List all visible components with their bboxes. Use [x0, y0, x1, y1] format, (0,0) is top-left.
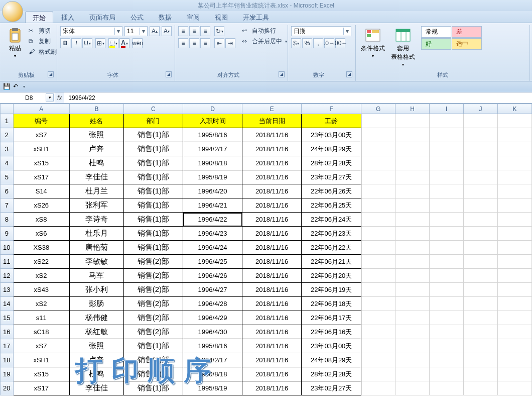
- data-cell[interactable]: 销售(2)部: [123, 269, 183, 283]
- row-header[interactable]: 11: [1, 255, 14, 269]
- data-cell[interactable]: 28年02月28天: [302, 156, 361, 170]
- data-cell[interactable]: 杜月兰: [69, 184, 123, 198]
- fill-color-button[interactable]: ⬚: [108, 38, 118, 48]
- cell-style-neutral[interactable]: 适中: [452, 38, 482, 50]
- col-header[interactable]: F: [302, 104, 361, 114]
- data-cell[interactable]: 卢奔: [69, 353, 123, 367]
- data-cell[interactable]: 24年08月29天: [302, 353, 361, 367]
- format-painter-button[interactable]: 🖌格式刷: [27, 47, 58, 57]
- data-cell[interactable]: 2018/11/16: [242, 353, 302, 367]
- data-cell[interactable]: 销售(1)部: [123, 128, 183, 142]
- cut-button[interactable]: ✂剪切: [27, 26, 58, 36]
- decrease-indent-button[interactable]: ⇤: [214, 38, 224, 48]
- data-cell[interactable]: 28年02月28天: [302, 367, 361, 381]
- data-cell[interactable]: 2018/11/16: [242, 128, 302, 142]
- data-cell[interactable]: 1996/4/21: [183, 198, 242, 213]
- data-cell[interactable]: xS26: [13, 198, 69, 213]
- data-cell[interactable]: 1996/4/26: [183, 269, 242, 283]
- data-cell[interactable]: xS17: [13, 170, 69, 184]
- data-cell[interactable]: xS7: [13, 339, 69, 353]
- ribbon-tab-0[interactable]: 开始: [25, 11, 53, 23]
- data-cell[interactable]: 销售(1)部: [123, 184, 183, 198]
- col-header[interactable]: C: [123, 104, 183, 114]
- data-cell[interactable]: 1996/4/25: [183, 255, 242, 269]
- col-header[interactable]: H: [395, 104, 430, 114]
- data-cell[interactable]: 销售(1)部: [123, 227, 183, 241]
- row-header[interactable]: 4: [1, 156, 14, 170]
- grow-font-button[interactable]: A▴: [150, 26, 160, 36]
- paste-button[interactable]: 粘贴 ▾: [5, 26, 25, 59]
- data-cell[interactable]: 23年02月27天: [302, 381, 361, 395]
- ribbon-tab-3[interactable]: 公式: [123, 11, 151, 23]
- data-cell[interactable]: 22年06月16天: [302, 325, 361, 339]
- col-header[interactable]: D: [183, 104, 242, 114]
- bold-button[interactable]: B: [60, 38, 70, 48]
- data-cell[interactable]: sC18: [13, 325, 69, 339]
- row-header[interactable]: 8: [1, 213, 14, 227]
- col-header[interactable]: K: [497, 104, 531, 114]
- data-cell[interactable]: xS15: [13, 156, 69, 170]
- data-cell[interactable]: 1995/8/19: [183, 381, 242, 395]
- data-cell[interactable]: 销售(1)部: [123, 213, 183, 227]
- ribbon-tab-4[interactable]: 数据: [152, 11, 179, 23]
- header-cell[interactable]: 部门: [123, 114, 183, 128]
- data-cell[interactable]: 销售(1)部: [123, 142, 183, 156]
- orientation-button[interactable]: ↻: [214, 26, 224, 36]
- underline-button[interactable]: U: [82, 38, 92, 48]
- data-cell[interactable]: xS8: [13, 213, 69, 227]
- data-cell[interactable]: 22年06月24天: [302, 213, 361, 227]
- conditional-format-button[interactable]: 条件格式▾: [359, 26, 387, 59]
- data-cell[interactable]: 22年06月17天: [302, 311, 361, 325]
- cell-style-good[interactable]: 好: [421, 38, 451, 50]
- data-cell[interactable]: xS15: [13, 367, 69, 381]
- percent-button[interactable]: %: [302, 38, 312, 48]
- data-cell[interactable]: xS2: [13, 297, 69, 311]
- row-header[interactable]: 9: [1, 227, 14, 241]
- data-cell[interactable]: 2018/11/16: [242, 367, 302, 381]
- data-cell[interactable]: 22年06月19天: [302, 283, 361, 297]
- align-bottom-button[interactable]: ≡: [200, 26, 210, 36]
- data-cell[interactable]: 1990/8/18: [183, 367, 242, 381]
- data-cell[interactable]: 杜乐月: [69, 227, 123, 241]
- data-cell[interactable]: 2018/11/16: [242, 184, 302, 198]
- data-cell[interactable]: 2018/11/16: [242, 339, 302, 353]
- data-cell[interactable]: 2018/11/16: [242, 255, 302, 269]
- data-cell[interactable]: 张照: [69, 339, 123, 353]
- data-cell[interactable]: S14: [13, 184, 69, 198]
- data-cell[interactable]: 杜鸣: [69, 156, 123, 170]
- data-cell[interactable]: xS6: [13, 227, 69, 241]
- data-cell[interactable]: 2018/11/16: [242, 156, 302, 170]
- data-cell[interactable]: 23年03月00天: [302, 339, 361, 353]
- border-button[interactable]: ⊞: [95, 38, 105, 48]
- data-cell[interactable]: 2018/11/16: [242, 269, 302, 283]
- format-as-table-button[interactable]: 套用 表格格式▾: [389, 26, 417, 68]
- data-cell[interactable]: 2018/11/16: [242, 325, 302, 339]
- row-header[interactable]: 16: [1, 325, 14, 339]
- align-top-button[interactable]: ≡: [178, 26, 188, 36]
- data-cell[interactable]: 1996/4/29: [183, 311, 242, 325]
- data-cell[interactable]: 1996/4/23: [183, 227, 242, 241]
- data-cell[interactable]: 1996/4/28: [183, 297, 242, 311]
- data-cell[interactable]: xS43: [13, 283, 69, 297]
- data-cell[interactable]: 2018/11/16: [242, 227, 302, 241]
- row-header[interactable]: 6: [1, 184, 14, 198]
- select-all-corner[interactable]: [1, 104, 14, 114]
- data-cell[interactable]: 马军: [69, 269, 123, 283]
- data-cell[interactable]: 杨伟健: [69, 311, 123, 325]
- data-cell[interactable]: 张利军: [69, 198, 123, 213]
- name-box[interactable]: D8 ▾: [0, 92, 55, 103]
- data-cell[interactable]: XS38: [13, 241, 69, 255]
- data-cell[interactable]: 销售(1)部: [123, 381, 183, 395]
- phonetic-button[interactable]: wén: [132, 38, 143, 48]
- row-header[interactable]: 14: [1, 297, 14, 311]
- data-cell[interactable]: xSH1: [13, 353, 69, 367]
- align-left-button[interactable]: ≡: [178, 38, 188, 48]
- data-cell[interactable]: 销售(1)部: [123, 170, 183, 184]
- header-cell[interactable]: 姓名: [69, 114, 123, 128]
- data-cell[interactable]: 销售(1)部: [123, 367, 183, 381]
- data-cell[interactable]: 1996/4/24: [183, 241, 242, 255]
- row-header[interactable]: 19: [1, 367, 14, 381]
- data-cell[interactable]: xS7: [13, 128, 69, 142]
- data-cell[interactable]: 2018/11/16: [242, 198, 302, 213]
- data-cell[interactable]: 2018/11/16: [242, 381, 302, 395]
